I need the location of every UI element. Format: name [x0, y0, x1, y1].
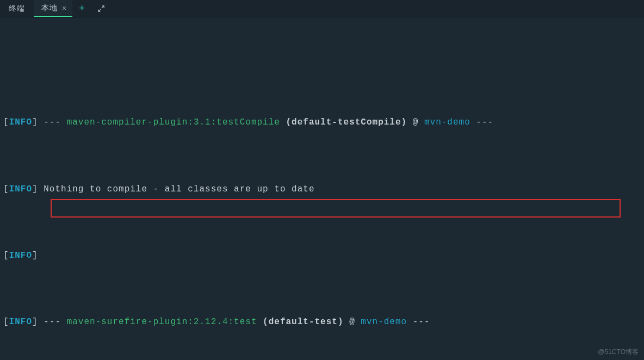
panel-title: 终端	[0, 0, 34, 17]
tab-local[interactable]: 本地 ×	[34, 0, 72, 17]
log-line: [INFO] --- maven-surefire-plugin:2.12.4:…	[3, 311, 641, 333]
highlight-box	[51, 199, 621, 218]
close-icon[interactable]: ×	[62, 4, 67, 13]
expand-icon[interactable]	[92, 0, 110, 17]
log-line: [INFO] Nothing to compile - all classes …	[3, 178, 641, 201]
log-line: [INFO]	[3, 245, 641, 267]
watermark: @51CTO博客	[598, 347, 639, 357]
log-line: [INFO] --- maven-compiler-plugin:3.1:tes…	[3, 111, 641, 134]
tab-label: 本地	[41, 3, 58, 13]
new-tab-button[interactable]: +	[72, 0, 92, 17]
terminal-output[interactable]: [INFO] --- maven-compiler-plugin:3.1:tes…	[0, 17, 644, 360]
tab-bar: 终端 本地 × +	[0, 0, 644, 17]
